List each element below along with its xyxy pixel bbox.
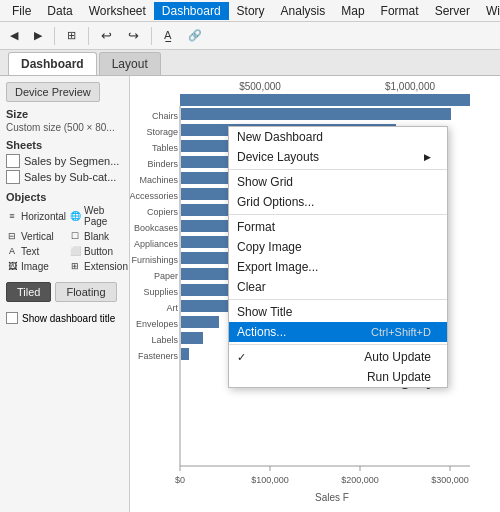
svg-text:Art: Art <box>166 303 178 313</box>
menu-bar: File Data Worksheet Dashboard Story Anal… <box>0 0 500 22</box>
new-dashboard-label: New Dashboard <box>237 130 323 144</box>
toolbar-forward[interactable]: ▶ <box>28 27 48 44</box>
tab-bar: Dashboard Layout <box>0 50 500 76</box>
sheet-label-1: Sales by Segmen... <box>24 155 119 167</box>
device-preview-section: Device Preview <box>6 82 123 102</box>
tab-dashboard[interactable]: Dashboard <box>8 52 97 75</box>
menu-grid-options[interactable]: Grid Options... <box>229 192 447 212</box>
toolbar-highlight[interactable]: A̲ <box>158 27 178 44</box>
tiled-button[interactable]: Tiled <box>6 282 51 302</box>
obj-horizontal-label: Horizontal <box>21 211 66 222</box>
svg-text:Fasteners: Fasteners <box>138 351 179 361</box>
objects-grid: ≡ Horizontal 🌐 Web Page ⊟ Vertical ☐ Bla… <box>6 205 123 272</box>
menu-show-title[interactable]: Show Title <box>229 302 447 322</box>
toolbar-back[interactable]: ◀ <box>4 27 24 44</box>
menu-run-update[interactable]: Run Update <box>229 367 447 387</box>
webpage-icon: 🌐 <box>69 210 81 222</box>
svg-text:$100,000: $100,000 <box>251 475 289 485</box>
obj-webpage-label: Web Page <box>84 205 128 227</box>
menu-analysis[interactable]: Analysis <box>273 2 334 20</box>
svg-text:$500,000: $500,000 <box>239 81 281 92</box>
device-preview-button[interactable]: Device Preview <box>6 82 100 102</box>
menu-clear[interactable]: Clear <box>229 277 447 297</box>
menu-story[interactable]: Story <box>229 2 273 20</box>
obj-vertical[interactable]: ⊟ Vertical <box>6 230 66 242</box>
obj-image-label: Image <box>21 261 49 272</box>
toolbar-link[interactable]: 🔗 <box>182 27 208 44</box>
svg-text:Paper: Paper <box>154 271 178 281</box>
toolbar-separator-2 <box>88 27 89 45</box>
menu-worksheet[interactable]: Worksheet <box>81 2 154 20</box>
svg-text:$200,000: $200,000 <box>341 475 379 485</box>
toolbar-undo[interactable]: ↩ <box>95 26 118 45</box>
sheet-icon-2 <box>6 170 20 184</box>
menu-auto-update[interactable]: ✓ Auto Update <box>229 347 447 367</box>
size-value: Custom size (500 × 80... <box>6 122 123 133</box>
auto-update-label: Auto Update <box>364 350 431 364</box>
obj-blank-label: Blank <box>84 231 109 242</box>
obj-blank[interactable]: ☐ Blank <box>69 230 128 242</box>
blank-icon: ☐ <box>69 230 81 242</box>
obj-vertical-label: Vertical <box>21 231 54 242</box>
floating-button[interactable]: Floating <box>55 282 116 302</box>
menu-data[interactable]: Data <box>39 2 80 20</box>
menu-export-image[interactable]: Export Image... <box>229 257 447 277</box>
svg-text:Envelopes: Envelopes <box>136 319 179 329</box>
svg-text:Bookcases: Bookcases <box>134 223 179 233</box>
left-panel: Device Preview Size Custom size (500 × 8… <box>0 76 130 512</box>
svg-text:Chairs: Chairs <box>152 111 179 121</box>
main-area: Device Preview Size Custom size (500 × 8… <box>0 76 500 512</box>
obj-image[interactable]: 🖼 Image <box>6 260 66 272</box>
extension-icon: ⊞ <box>69 260 81 272</box>
obj-text[interactable]: A Text <box>6 245 66 257</box>
svg-text:Supplies: Supplies <box>143 287 178 297</box>
show-title-checkbox[interactable] <box>6 312 18 324</box>
sheets-title: Sheets <box>6 139 123 151</box>
menu-window[interactable]: Window <box>478 2 500 20</box>
svg-rect-32 <box>181 316 219 328</box>
menu-file[interactable]: File <box>4 2 39 20</box>
obj-horizontal[interactable]: ≡ Horizontal <box>6 205 66 227</box>
obj-webpage[interactable]: 🌐 Web Page <box>69 205 128 227</box>
export-image-label: Export Image... <box>237 260 318 274</box>
toolbar-pages[interactable]: ⊞ <box>61 27 82 44</box>
sheets-section: Sheets Sales by Segmen... Sales by Sub-c… <box>6 139 123 185</box>
actions-label: Actions... <box>237 325 286 339</box>
obj-button[interactable]: ⬜ Button <box>69 245 128 257</box>
horizontal-icon: ≡ <box>6 210 18 222</box>
menu-show-grid[interactable]: Show Grid <box>229 172 447 192</box>
sheet-label-2: Sales by Sub-cat... <box>24 171 116 183</box>
svg-text:Labels: Labels <box>151 335 178 345</box>
sheet-item-1[interactable]: Sales by Segmen... <box>6 153 123 169</box>
image-icon: 🖼 <box>6 260 18 272</box>
svg-text:$0: $0 <box>175 475 185 485</box>
menu-server[interactable]: Server <box>427 2 478 20</box>
sheet-item-2[interactable]: Sales by Sub-cat... <box>6 169 123 185</box>
svg-text:Binders: Binders <box>147 159 178 169</box>
svg-text:Furnishings: Furnishings <box>131 255 178 265</box>
menu-dashboard[interactable]: Dashboard <box>154 2 229 20</box>
obj-button-label: Button <box>84 246 113 257</box>
menu-map[interactable]: Map <box>333 2 372 20</box>
menu-format[interactable]: Format <box>229 217 447 237</box>
show-title-menu-label: Show Title <box>237 305 292 319</box>
menu-new-dashboard[interactable]: New Dashboard <box>229 127 447 147</box>
vertical-icon: ⊟ <box>6 230 18 242</box>
menu-copy-image[interactable]: Copy Image <box>229 237 447 257</box>
svg-text:$1,000,000: $1,000,000 <box>385 81 435 92</box>
objects-section: Objects ≡ Horizontal 🌐 Web Page ⊟ Vertic… <box>6 191 123 272</box>
toolbar-redo[interactable]: ↪ <box>122 26 145 45</box>
size-title: Size <box>6 108 123 120</box>
tab-layout[interactable]: Layout <box>99 52 161 75</box>
separator-2 <box>229 214 447 215</box>
menu-device-layouts[interactable]: Device Layouts <box>229 147 447 167</box>
obj-extension[interactable]: ⊞ Extension <box>69 260 128 272</box>
tiled-floating-group: Tiled Floating <box>6 282 123 302</box>
chart-area: $500,000 $1,000,000 Chairs Storage Table… <box>130 76 500 512</box>
obj-extension-label: Extension <box>84 261 128 272</box>
toolbar-separator-3 <box>151 27 152 45</box>
menu-format[interactable]: Format <box>373 2 427 20</box>
svg-text:Copiers: Copiers <box>147 207 179 217</box>
menu-actions[interactable]: Actions... Ctrl+Shift+D <box>229 322 447 342</box>
svg-text:Machines: Machines <box>139 175 178 185</box>
